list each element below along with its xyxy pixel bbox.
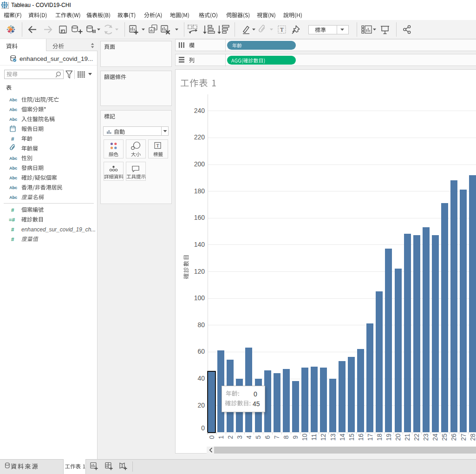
svg-text:9: 9 xyxy=(292,435,299,439)
svg-text:#: # xyxy=(11,237,14,242)
svg-text:#: # xyxy=(11,227,14,232)
svg-text:13: 13 xyxy=(329,434,337,441)
svg-text:20: 20 xyxy=(394,434,402,441)
svg-text:#: # xyxy=(11,207,14,213)
svg-text:T: T xyxy=(280,26,284,33)
svg-text:Abc: Abc xyxy=(9,195,17,200)
svg-text:23: 23 xyxy=(422,434,430,441)
svg-text:5: 5 xyxy=(254,435,262,439)
svg-text:Abc: Abc xyxy=(9,98,17,102)
svg-text:28: 28 xyxy=(469,434,476,441)
svg-text:14: 14 xyxy=(339,434,346,441)
svg-text:Abc: Abc xyxy=(9,176,17,180)
svg-text:25: 25 xyxy=(441,434,448,441)
svg-text:24: 24 xyxy=(431,434,439,441)
svg-text:Abc: Abc xyxy=(9,156,17,161)
svg-text:2: 2 xyxy=(227,435,234,439)
svg-text:T: T xyxy=(156,143,159,148)
svg-text:27: 27 xyxy=(460,434,467,441)
svg-text:#: # xyxy=(11,136,14,142)
svg-text:Abc: Abc xyxy=(9,107,17,112)
svg-text:=#: =# xyxy=(9,217,15,223)
svg-text:0: 0 xyxy=(208,435,215,439)
svg-text:3: 3 xyxy=(236,435,243,439)
svg-text:16: 16 xyxy=(357,434,365,441)
svg-text:10: 10 xyxy=(301,434,308,441)
svg-text:4: 4 xyxy=(245,435,253,439)
svg-text:6: 6 xyxy=(264,435,271,439)
svg-text:17: 17 xyxy=(366,434,374,441)
svg-text:22: 22 xyxy=(413,434,420,441)
svg-text:8: 8 xyxy=(282,435,290,439)
svg-text:12: 12 xyxy=(320,434,327,441)
svg-text:18: 18 xyxy=(376,434,383,441)
svg-text:21: 21 xyxy=(404,434,411,441)
svg-text:26: 26 xyxy=(450,434,457,441)
svg-text:Abc: Abc xyxy=(9,166,17,171)
svg-text:19: 19 xyxy=(385,434,392,441)
svg-text:Abc: Abc xyxy=(9,185,17,190)
svg-text:7: 7 xyxy=(273,435,280,439)
svg-text:1: 1 xyxy=(217,435,225,439)
svg-text:11: 11 xyxy=(310,434,318,441)
svg-text:15: 15 xyxy=(348,434,355,441)
svg-text:Abc: Abc xyxy=(9,117,17,122)
